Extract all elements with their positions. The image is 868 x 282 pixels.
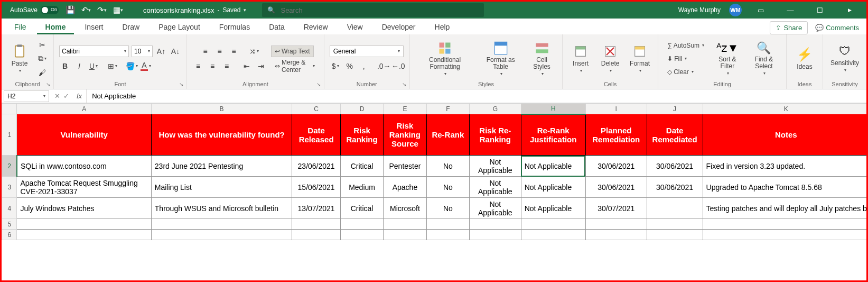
decrease-font-icon[interactable]: A↓ <box>170 46 181 57</box>
column-headers[interactable]: A B C D E F G H I J K <box>2 104 867 114</box>
cut-icon[interactable]: ✂ <box>36 39 48 51</box>
launcher-icon[interactable]: ↘ <box>46 81 50 87</box>
col-header[interactable]: K <box>703 104 866 114</box>
cell[interactable]: Pentester <box>384 156 426 177</box>
tab-page-layout[interactable]: Page Layout <box>150 20 209 34</box>
cell[interactable] <box>17 219 151 230</box>
underline-button[interactable]: U▾ <box>88 60 99 72</box>
tab-data[interactable]: Data <box>260 20 293 34</box>
col-header[interactable]: J <box>647 104 703 114</box>
tab-review[interactable]: Review <box>295 20 337 34</box>
tab-file[interactable]: File <box>6 20 35 34</box>
cell[interactable] <box>426 230 469 240</box>
name-box[interactable]: H2▾ <box>4 90 49 102</box>
decrease-indent-icon[interactable]: ⇤ <box>241 60 253 72</box>
col-header[interactable]: A <box>17 104 151 114</box>
cell[interactable]: 23/06/2021 <box>292 156 341 177</box>
border-icon[interactable]: ⊞▾ <box>107 60 118 72</box>
col-header[interactable]: D <box>340 104 383 114</box>
delete-cells-button[interactable]: Delete▾ <box>598 43 623 74</box>
paste-button[interactable]: Paste▾ <box>7 43 32 74</box>
font-size-select[interactable]: 10▾ <box>132 46 153 57</box>
orientation-icon[interactable]: ⤮▾ <box>248 46 260 57</box>
launcher-icon[interactable]: ↘ <box>316 81 321 87</box>
cell[interactable]: No <box>426 177 469 198</box>
comments-button[interactable]: 💬Comments <box>812 22 862 34</box>
cell[interactable] <box>384 230 426 240</box>
sort-filter-button[interactable]: ᴬᴢ▼Sort & Filter▾ <box>712 40 743 77</box>
cell[interactable]: Not Applicable <box>470 198 521 219</box>
row-header[interactable]: 4 <box>2 198 17 219</box>
cell[interactable]: 30/07/2021 <box>585 198 647 219</box>
save-status[interactable]: Saved <box>222 6 240 14</box>
align-center-icon[interactable]: ≡ <box>207 60 218 72</box>
cell[interactable]: No <box>426 198 469 219</box>
cell[interactable]: Not Applicable <box>470 156 521 177</box>
col-header[interactable]: B <box>151 104 292 114</box>
cell[interactable] <box>340 230 383 240</box>
header-cell[interactable]: How was the vulnerability found? <box>151 114 292 156</box>
copy-icon[interactable]: ⧉▾ <box>36 53 48 65</box>
cell[interactable]: Upgraded to Apache Tomcat 8.5.68 <box>703 177 866 198</box>
cell[interactable]: Apache <box>384 177 426 198</box>
cell-styles-button[interactable]: Cell Styles▾ <box>527 40 557 77</box>
cell[interactable] <box>340 219 383 230</box>
font-color-icon[interactable]: A▾ <box>140 60 152 72</box>
user-name[interactable]: Wayne Murphy <box>678 6 721 14</box>
cell[interactable] <box>470 230 521 240</box>
col-header[interactable]: I <box>585 104 647 114</box>
tab-draw[interactable]: Draw <box>114 20 148 34</box>
minimize-icon[interactable]: — <box>780 2 801 19</box>
cell[interactable] <box>426 219 469 230</box>
sensitivity-button[interactable]: 🛡Sensitivity▾ <box>828 43 861 74</box>
tab-insert[interactable]: Insert <box>76 20 111 34</box>
launcher-icon[interactable]: ↘ <box>179 81 183 87</box>
merge-center-button[interactable]: ⇔Merge & Center▾ <box>271 60 319 72</box>
spreadsheet-grid[interactable]: A B C D E F G H I J K 1 Vulnerability Ho… <box>2 103 866 240</box>
cell[interactable]: Critical <box>340 198 383 219</box>
cell[interactable]: 30/06/2021 <box>647 177 703 198</box>
find-select-button[interactable]: 🔍Find & Select▾ <box>747 40 781 77</box>
cell[interactable]: Not Applicable <box>521 177 585 198</box>
header-cell[interactable]: Vulnerability <box>17 114 151 156</box>
accounting-icon[interactable]: $▾ <box>330 60 341 72</box>
cell[interactable] <box>585 219 647 230</box>
cell[interactable]: No <box>426 156 469 177</box>
fx-icon[interactable]: fx <box>72 92 86 100</box>
increase-font-icon[interactable]: A↑ <box>155 46 167 57</box>
cell[interactable]: July Windows Patches <box>17 198 151 219</box>
row-header[interactable]: 3 <box>2 177 17 198</box>
search-box[interactable]: 🔍 <box>262 3 484 17</box>
fill-color-icon[interactable]: 🪣▾ <box>126 60 137 72</box>
increase-decimal-icon[interactable]: .0→ <box>378 60 390 72</box>
search-input[interactable] <box>281 6 479 14</box>
enter-formula-icon[interactable]: ✓ <box>63 92 69 100</box>
avatar[interactable]: WM <box>729 4 742 16</box>
header-cell[interactable]: Re-Rank Justification <box>521 114 585 156</box>
cell[interactable]: Not Applicable <box>470 177 521 198</box>
wrap-text-button[interactable]: ↩Wrap Text <box>271 46 314 57</box>
cell[interactable] <box>17 230 151 240</box>
ribbon-display-icon[interactable]: ▭ <box>750 2 771 19</box>
cell[interactable] <box>521 219 585 230</box>
col-header[interactable]: G <box>470 104 521 114</box>
cell[interactable]: Fixed in version 3.23 updated. <box>703 156 866 177</box>
percent-icon[interactable]: % <box>344 60 356 72</box>
close-icon[interactable]: ▶ <box>839 2 860 19</box>
cell[interactable]: Apache Tomcat Request Smuggling CVE-2021… <box>17 177 151 198</box>
cell[interactable]: 30/06/2021 <box>647 156 703 177</box>
cell[interactable] <box>151 219 292 230</box>
col-header[interactable]: C <box>292 104 341 114</box>
italic-button[interactable]: I <box>73 60 85 72</box>
conditional-formatting-button[interactable]: Conditional Formatting▾ <box>415 40 475 77</box>
tab-view[interactable]: View <box>339 20 371 34</box>
cell[interactable]: Microsoft <box>384 198 426 219</box>
cell[interactable] <box>521 230 585 240</box>
col-header[interactable]: E <box>384 104 426 114</box>
align-right-icon[interactable]: ≡ <box>221 60 232 72</box>
header-cell[interactable]: Date Released <box>292 114 341 156</box>
row-header[interactable]: 6 <box>2 230 17 240</box>
touch-mode-icon[interactable]: ▦▾ <box>114 6 122 14</box>
header-cell[interactable]: Date Remediated <box>647 114 703 156</box>
clear-button[interactable]: ◇Clear▾ <box>664 66 697 78</box>
